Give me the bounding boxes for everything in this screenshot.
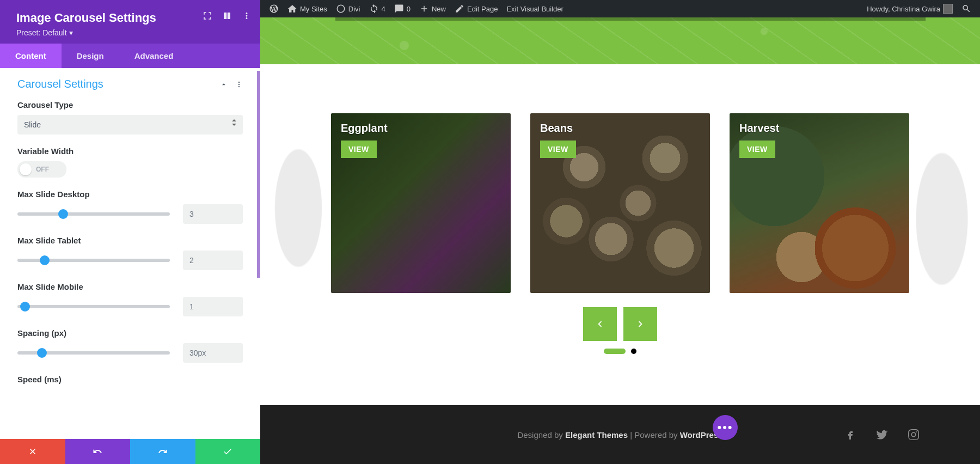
svg-point-0 <box>337 5 345 13</box>
view-button[interactable]: VIEW <box>341 141 377 158</box>
svg-point-3 <box>238 86 240 87</box>
carousel-type-label: Carousel Type <box>17 100 243 109</box>
expand-icon[interactable] <box>203 11 212 21</box>
instagram-icon[interactable] <box>907 428 920 441</box>
carousel-cards: Eggplant VIEW Beans VIEW Harvest VIEW <box>260 64 980 304</box>
edit-page-link[interactable]: Edit Page <box>450 0 502 17</box>
cancel-button[interactable] <box>0 439 65 464</box>
refresh-link[interactable]: 4 <box>365 0 390 17</box>
slider-thumb[interactable] <box>20 302 30 312</box>
columns-icon[interactable] <box>222 11 232 21</box>
field-variable-width: Variable Width OFF <box>17 146 243 178</box>
toggle-knob <box>20 163 32 175</box>
save-button[interactable] <box>195 439 261 464</box>
comment-count: 0 <box>407 5 411 13</box>
footer-themes-link[interactable]: Elegant Themes <box>565 430 628 439</box>
field-carousel-type: Carousel Type Slide <box>17 100 243 135</box>
comments-link[interactable]: 0 <box>390 0 415 17</box>
max-slide-desktop-value[interactable]: 3 <box>183 204 243 224</box>
max-slide-mobile-label: Max Slide Mobile <box>17 282 243 291</box>
facebook-icon[interactable] <box>844 428 857 441</box>
undo-icon <box>93 447 102 456</box>
max-slide-mobile-slider[interactable] <box>17 305 170 308</box>
max-slide-tablet-value[interactable]: 2 <box>183 251 243 270</box>
refresh-icon <box>369 4 379 14</box>
prev-arrow[interactable] <box>583 307 617 341</box>
card-title: Eggplant <box>341 122 388 135</box>
card-harvest[interactable]: Harvest VIEW <box>730 113 909 293</box>
wp-logo[interactable] <box>265 0 283 17</box>
search-icon <box>961 4 971 14</box>
group-title: Carousel Settings <box>17 78 103 90</box>
card-title: Harvest <box>739 122 779 135</box>
new-link[interactable]: New <box>415 0 450 17</box>
user-avatar <box>943 4 953 14</box>
pencil-icon <box>455 4 464 14</box>
tab-design[interactable]: Design <box>62 44 119 68</box>
carousel-dots <box>260 349 980 354</box>
slider-thumb[interactable] <box>40 255 50 265</box>
group-header[interactable]: Carousel Settings <box>17 78 243 90</box>
max-slide-mobile-value[interactable]: 1 <box>183 297 243 316</box>
edit-page-label: Edit Page <box>467 5 498 13</box>
carousel-type-dropdown[interactable]: Slide <box>17 115 243 135</box>
exit-vb-link[interactable]: Exit Visual Builder <box>502 0 568 17</box>
redo-icon <box>158 447 168 456</box>
wordpress-icon <box>269 4 279 14</box>
variable-width-label: Variable Width <box>17 146 243 156</box>
next-arrow[interactable] <box>623 307 657 341</box>
max-slide-tablet-slider[interactable] <box>17 259 170 262</box>
field-max-slide-tablet: Max Slide Tablet 2 <box>17 236 243 270</box>
more-icon[interactable] <box>242 11 252 21</box>
panel-body: Carousel Settings Carousel Type Slide Va… <box>0 68 260 439</box>
redo-button[interactable] <box>130 439 195 464</box>
spacing-slider[interactable] <box>17 351 170 355</box>
plus-icon <box>419 4 429 14</box>
spacing-label: Spacing (px) <box>17 328 243 338</box>
header-icons <box>203 11 252 21</box>
spacing-value[interactable]: 30px <box>183 343 243 363</box>
divi-link[interactable]: Divi <box>332 0 365 17</box>
card-eggplant[interactable]: Eggplant VIEW <box>331 113 511 293</box>
site-footer: Designed by Elegant Themes | Powered by … <box>260 405 980 464</box>
dot-2[interactable] <box>631 349 636 354</box>
carousel-type-select[interactable]: Slide <box>17 115 243 135</box>
search-toggle[interactable] <box>957 0 976 17</box>
check-icon <box>223 447 232 456</box>
card-beans[interactable]: Beans VIEW <box>530 113 710 293</box>
more-vertical-icon[interactable] <box>235 81 243 88</box>
user-greeting[interactable]: Howdy, Christina Gwira <box>862 0 957 17</box>
chevron-left-icon <box>594 318 606 330</box>
view-button[interactable]: VIEW <box>739 141 775 158</box>
tab-content[interactable]: Content <box>0 44 62 68</box>
settings-panel: Image Carousel Settings Preset: Default … <box>0 0 260 464</box>
close-icon <box>28 447 38 456</box>
dots-icon: ••• <box>717 420 733 435</box>
view-button[interactable]: VIEW <box>540 141 576 158</box>
twitter-icon[interactable] <box>875 428 889 441</box>
footer-social <box>844 428 920 441</box>
field-max-slide-mobile: Max Slide Mobile 1 <box>17 282 243 316</box>
variable-width-toggle[interactable]: OFF <box>17 161 66 178</box>
panel-scrollbar[interactable] <box>257 71 260 278</box>
undo-button[interactable] <box>65 439 131 464</box>
max-slide-desktop-slider[interactable] <box>17 212 170 216</box>
slider-thumb[interactable] <box>58 209 68 219</box>
chevron-up-icon[interactable] <box>220 81 228 88</box>
tabs: Content Design Advanced <box>0 44 260 68</box>
carousel-nav <box>260 307 980 341</box>
field-speed: Speed (ms) <box>17 375 243 384</box>
my-sites-link[interactable]: My Sites <box>283 0 332 17</box>
svg-point-2 <box>238 83 240 84</box>
refresh-count: 4 <box>382 5 385 13</box>
preset-selector[interactable]: Preset: Default ▾ <box>16 28 244 37</box>
my-sites-label: My Sites <box>300 5 327 13</box>
greeting-label: Howdy, Christina Gwira <box>867 5 940 13</box>
dot-1[interactable] <box>604 349 626 354</box>
chevron-right-icon <box>634 318 646 330</box>
builder-fab[interactable]: ••• <box>713 415 738 440</box>
tab-advanced[interactable]: Advanced <box>119 44 189 68</box>
slider-thumb[interactable] <box>37 348 47 358</box>
hero-strip <box>260 17 980 64</box>
caret-down-icon: ▾ <box>69 28 73 37</box>
